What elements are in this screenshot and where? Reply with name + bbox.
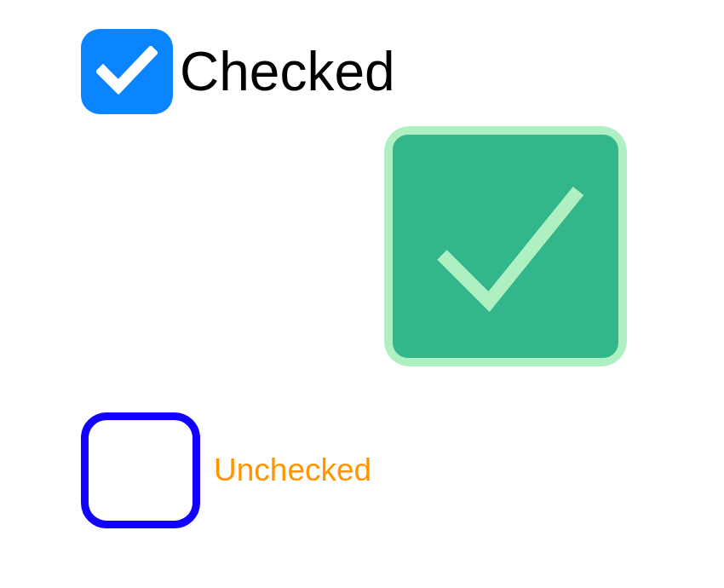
- checkbox-label-unchecked: Unchecked: [214, 453, 371, 488]
- checkmark-icon: [417, 170, 595, 323]
- checkbox-label-checked: Checked: [180, 40, 395, 103]
- checkbox-checked-blue[interactable]: [81, 29, 173, 114]
- checkbox-row-3: Unchecked: [81, 412, 371, 528]
- checkbox-green-inner: [393, 135, 618, 358]
- checkmark-icon: [96, 46, 158, 97]
- checkbox-unchecked[interactable]: [81, 412, 200, 528]
- checkbox-checked-green[interactable]: [384, 126, 627, 366]
- checkbox-row-1: Checked: [81, 29, 395, 114]
